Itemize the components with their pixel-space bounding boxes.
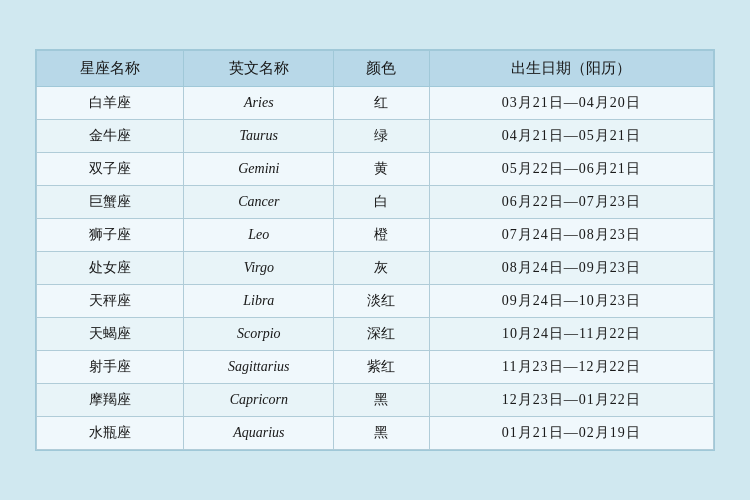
cell-dates: 08月24日—09月23日 [429,252,713,285]
cell-dates: 07月24日—08月23日 [429,219,713,252]
cell-english-name: Cancer [184,186,334,219]
header-chinese-name: 星座名称 [37,51,184,87]
cell-color: 淡红 [334,285,429,318]
cell-chinese-name: 天蝎座 [37,318,184,351]
table-row: 摩羯座Capricorn黑12月23日—01月22日 [37,384,714,417]
cell-color: 白 [334,186,429,219]
table-row: 水瓶座Aquarius黑01月21日—02月19日 [37,417,714,450]
cell-color: 绿 [334,120,429,153]
table-row: 巨蟹座Cancer白06月22日—07月23日 [37,186,714,219]
table-body: 白羊座Aries红03月21日—04月20日金牛座Taurus绿04月21日—0… [37,87,714,450]
cell-color: 红 [334,87,429,120]
table-row: 处女座Virgo灰08月24日—09月23日 [37,252,714,285]
cell-dates: 05月22日—06月21日 [429,153,713,186]
cell-color: 灰 [334,252,429,285]
cell-chinese-name: 水瓶座 [37,417,184,450]
table-row: 白羊座Aries红03月21日—04月20日 [37,87,714,120]
table-row: 天蝎座Scorpio深红10月24日—11月22日 [37,318,714,351]
table-row: 射手座Sagittarius紫红11月23日—12月22日 [37,351,714,384]
table-row: 双子座Gemini黄05月22日—06月21日 [37,153,714,186]
cell-dates: 01月21日—02月19日 [429,417,713,450]
cell-dates: 12月23日—01月22日 [429,384,713,417]
cell-chinese-name: 天秤座 [37,285,184,318]
cell-english-name: Virgo [184,252,334,285]
header-english-name: 英文名称 [184,51,334,87]
zodiac-table-container: 星座名称 英文名称 颜色 出生日期（阳历） 白羊座Aries红03月21日—04… [35,49,715,451]
table-row: 狮子座Leo橙07月24日—08月23日 [37,219,714,252]
cell-color: 黑 [334,417,429,450]
cell-color: 橙 [334,219,429,252]
table-row: 金牛座Taurus绿04月21日—05月21日 [37,120,714,153]
cell-english-name: Aries [184,87,334,120]
cell-english-name: Libra [184,285,334,318]
cell-english-name: Aquarius [184,417,334,450]
cell-dates: 11月23日—12月22日 [429,351,713,384]
header-color: 颜色 [334,51,429,87]
cell-chinese-name: 处女座 [37,252,184,285]
cell-english-name: Capricorn [184,384,334,417]
cell-english-name: Scorpio [184,318,334,351]
cell-dates: 03月21日—04月20日 [429,87,713,120]
cell-chinese-name: 白羊座 [37,87,184,120]
cell-english-name: Leo [184,219,334,252]
cell-chinese-name: 射手座 [37,351,184,384]
cell-color: 黄 [334,153,429,186]
cell-english-name: Gemini [184,153,334,186]
cell-dates: 06月22日—07月23日 [429,186,713,219]
cell-dates: 10月24日—11月22日 [429,318,713,351]
zodiac-table: 星座名称 英文名称 颜色 出生日期（阳历） 白羊座Aries红03月21日—04… [36,50,714,450]
cell-chinese-name: 狮子座 [37,219,184,252]
cell-dates: 09月24日—10月23日 [429,285,713,318]
cell-chinese-name: 双子座 [37,153,184,186]
cell-color: 紫红 [334,351,429,384]
cell-dates: 04月21日—05月21日 [429,120,713,153]
cell-chinese-name: 金牛座 [37,120,184,153]
cell-chinese-name: 巨蟹座 [37,186,184,219]
cell-color: 深红 [334,318,429,351]
cell-chinese-name: 摩羯座 [37,384,184,417]
cell-english-name: Sagittarius [184,351,334,384]
cell-english-name: Taurus [184,120,334,153]
header-dates: 出生日期（阳历） [429,51,713,87]
table-row: 天秤座Libra淡红09月24日—10月23日 [37,285,714,318]
table-header-row: 星座名称 英文名称 颜色 出生日期（阳历） [37,51,714,87]
cell-color: 黑 [334,384,429,417]
